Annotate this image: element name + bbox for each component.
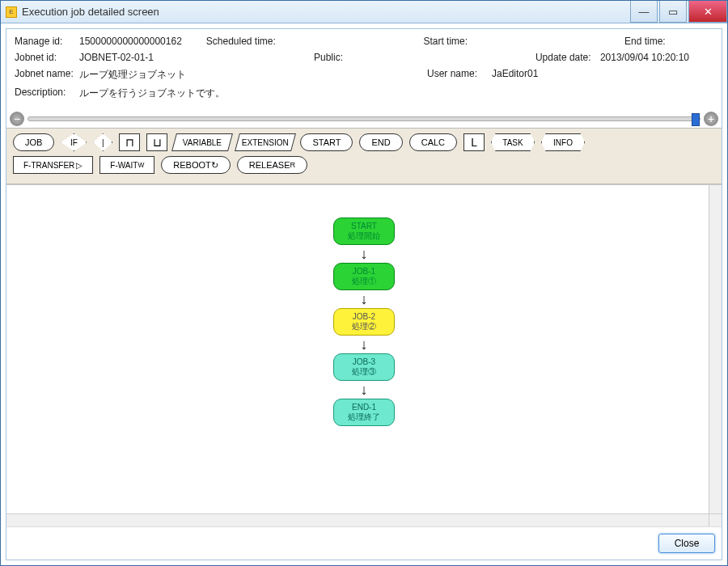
palette-branch-icon[interactable]: | (93, 133, 112, 151)
zoom-slider: − + (6, 110, 722, 128)
titlebar[interactable]: E Execution job detailed screen — ▭ ✕ (1, 1, 727, 23)
app-window: E Execution job detailed screen — ▭ ✕ Ma… (0, 0, 728, 566)
jobnet-name-value: ループ処理ジョブネット (79, 68, 403, 82)
maximize-button[interactable]: ▭ (659, 1, 687, 23)
app-icon: E (6, 6, 17, 18)
flow-node-start[interactable]: START処理開始 (333, 218, 395, 245)
palette-reboot[interactable]: REBOOT↻ (161, 156, 230, 174)
update-value: 2013/09/04 10:20:10 (600, 52, 689, 63)
palette-fwait[interactable]: F-WAITW (99, 156, 154, 174)
flow-node-job3[interactable]: JOB-3処理③ (333, 353, 395, 381)
user-label: User name: (427, 68, 492, 82)
palette-task[interactable]: TASK (491, 133, 535, 151)
user-value: JaEditor01 (492, 68, 538, 82)
zoom-handle[interactable] (692, 113, 700, 126)
desc-value: ループを行うジョブネットです。 (79, 87, 225, 100)
palette-release[interactable]: RELEASER (237, 156, 307, 174)
info-panel: Manage id: 1500000000000000162 Scheduled… (6, 29, 722, 110)
palette-start[interactable]: START (300, 133, 353, 151)
arrow-icon: ▷ (76, 161, 83, 170)
jobnet-id-label: Jobnet id: (15, 52, 79, 63)
arrow-down-icon: ↓ (361, 292, 368, 306)
flow-container: START処理開始 ↓ JOB-1処理① ↓ JOB-2処理② ↓ JOB-3処… (333, 218, 395, 426)
palette-variable[interactable]: VARIABLE (171, 133, 233, 151)
flow-node-end[interactable]: END-1処理終了 (333, 399, 395, 426)
content-panel: Manage id: 1500000000000000162 Scheduled… (6, 28, 722, 560)
desc-label: Description: (15, 87, 79, 100)
vertical-scrollbar[interactable] (709, 185, 722, 513)
manage-id-label: Manage id: (15, 36, 79, 47)
tool-palette: JOB IF | ⊓ ⊔ VARIABLE EXTENSION START EN… (6, 128, 722, 184)
palette-fork-icon[interactable]: ⊓ (119, 133, 140, 151)
minimize-button[interactable]: — (630, 1, 658, 23)
arrow-down-icon: ↓ (361, 247, 368, 261)
palette-job[interactable]: JOB (13, 133, 54, 151)
palette-loop-icon[interactable]: L (463, 133, 485, 151)
zoom-in-button[interactable]: + (704, 112, 718, 126)
update-label: Update date: (535, 52, 600, 63)
close-window-button[interactable]: ✕ (688, 1, 727, 23)
jobnet-name-label: Jobnet name: (15, 68, 79, 82)
palette-end[interactable]: END (359, 133, 402, 151)
end-label: End time: (624, 36, 689, 47)
close-button[interactable]: Close (658, 534, 715, 553)
footer: Close (6, 526, 722, 560)
horizontal-scrollbar[interactable] (6, 513, 722, 526)
reboot-icon: ↻ (211, 160, 218, 171)
arrow-down-icon: ↓ (361, 382, 368, 397)
window-title: Execution job detailed screen (22, 6, 629, 18)
manage-id-value: 1500000000000000162 (79, 36, 182, 47)
flow-canvas[interactable]: START処理開始 ↓ JOB-1処理① ↓ JOB-2処理② ↓ JOB-3処… (6, 184, 722, 513)
palette-calc[interactable]: CALC (409, 133, 457, 151)
start-label: Start time: (423, 36, 488, 47)
jobnet-id-value: JOBNET-02-01-1 (79, 52, 290, 63)
palette-ftransfer[interactable]: F-TRANSFER▷ (13, 156, 93, 174)
palette-extension[interactable]: EXTENSION (235, 133, 296, 151)
scheduled-label: Scheduled time: (206, 36, 287, 47)
flow-node-job1[interactable]: JOB-1処理① (333, 263, 395, 290)
arrow-down-icon: ↓ (361, 337, 368, 352)
zoom-out-button[interactable]: − (10, 112, 24, 126)
palette-info[interactable]: INFO (541, 133, 585, 151)
palette-if[interactable]: IF (61, 133, 87, 151)
palette-join-icon[interactable]: ⊔ (146, 133, 167, 151)
flow-node-job2[interactable]: JOB-2処理② (333, 308, 395, 336)
zoom-track[interactable] (28, 116, 700, 121)
public-label: Public: (314, 52, 379, 63)
